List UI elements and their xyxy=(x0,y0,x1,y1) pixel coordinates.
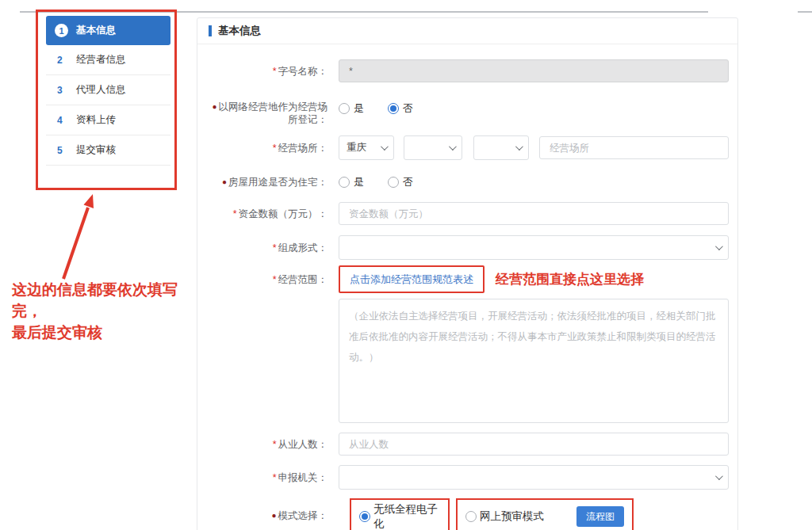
annotation-box-mode-paperless: 无纸全程电子化 xyxy=(350,498,450,530)
step-label: 代理人信息 xyxy=(76,83,126,97)
annotation-note-line1: 这边的信息都要依次填写 xyxy=(12,279,186,300)
composition-select[interactable] xyxy=(339,235,729,260)
step-number: 5 xyxy=(57,145,71,156)
shop-name-label: *字号名称： xyxy=(207,65,327,78)
residential-no[interactable]: 否 xyxy=(388,175,413,189)
online-premises-label: ●以网络经营地作为经营场所登记： xyxy=(207,101,327,126)
scope-textarea[interactable] xyxy=(339,299,729,423)
chevron-down-icon xyxy=(449,143,457,151)
section-accent-bar xyxy=(209,25,212,36)
top-divider xyxy=(20,11,708,13)
radio-no-icon[interactable] xyxy=(388,177,399,188)
mode-label: ●模式选择： xyxy=(207,509,327,522)
mode-online-radio[interactable] xyxy=(465,511,477,522)
step-number: 3 xyxy=(57,85,71,96)
sidebar-step-submit-review[interactable]: 5 提交审核 xyxy=(46,135,170,166)
add-scope-link[interactable]: 点击添加经营范围规范表述 xyxy=(350,273,473,285)
authority-select[interactable] xyxy=(339,465,729,490)
step-label: 基本信息 xyxy=(76,24,116,37)
premises-province-select[interactable]: 重庆 xyxy=(339,135,394,160)
radio-yes-icon[interactable] xyxy=(339,103,350,114)
annotation-box-scope-link: 点击添加经营范围规范表述 xyxy=(339,265,485,293)
step-label: 提交审核 xyxy=(76,143,116,157)
sidebar-step-operator-info[interactable]: 2 经营者信息 xyxy=(46,45,170,75)
annotation-box-mode-online: 网上预审模式 流程图 xyxy=(456,498,634,530)
online-premises-yes[interactable]: 是 xyxy=(339,101,364,116)
capital-input[interactable] xyxy=(339,202,729,225)
chevron-down-icon xyxy=(381,143,389,151)
online-premises-no[interactable]: 否 xyxy=(388,101,413,116)
premises-address-input[interactable] xyxy=(539,136,729,159)
step-number-badge: 1 xyxy=(55,24,68,37)
premises-label: *经营场所： xyxy=(207,142,327,154)
annotation-note-line2: 完， xyxy=(12,300,186,322)
sidebar-step-basic-info[interactable]: 1 基本信息 xyxy=(46,16,170,45)
sidebar-step-upload[interactable]: 4 资料上传 xyxy=(46,105,170,135)
flowchart-button[interactable]: 流程图 xyxy=(576,506,624,527)
capital-label: *资金数额（万元）： xyxy=(207,208,327,220)
employees-input[interactable] xyxy=(339,433,729,456)
step-label: 经营者信息 xyxy=(76,53,126,67)
top-divider-dash xyxy=(798,11,812,13)
chevron-down-icon xyxy=(715,472,723,480)
scope-label: *经营范围： xyxy=(207,273,327,286)
shop-name-input[interactable] xyxy=(339,59,729,82)
annotation-note-line3: 最后提交审核 xyxy=(12,322,186,343)
chevron-down-icon xyxy=(515,143,523,151)
annotation-arrow xyxy=(48,189,103,284)
step-number: 2 xyxy=(57,55,71,66)
mode-paperless-radio[interactable] xyxy=(359,511,370,522)
employees-label: *从业人数： xyxy=(207,438,327,451)
basic-info-form-panel: 基本信息 *字号名称： ●以网络经营地作为经营场所登记： 是 否 *经营场所 xyxy=(197,17,738,530)
composition-label: *组成形式： xyxy=(207,242,327,254)
step-label: 资料上传 xyxy=(76,113,116,127)
step-number: 4 xyxy=(57,115,71,126)
chevron-down-icon xyxy=(715,242,723,250)
premises-city-select[interactable] xyxy=(404,135,462,160)
residential-label: ●房屋用途是否为住宅： xyxy=(207,176,327,189)
premises-district-select[interactable] xyxy=(473,135,529,160)
radio-yes-icon[interactable] xyxy=(339,177,350,188)
radio-no-icon[interactable] xyxy=(388,103,399,114)
annotation-scope-note: 经营范围直接点这里选择 xyxy=(496,270,644,288)
annotation-note: 这边的信息都要依次填写 完， 最后提交审核 xyxy=(12,279,186,343)
authority-label: *申报机关： xyxy=(207,471,327,484)
section-title: 基本信息 xyxy=(218,24,261,38)
sidebar-step-agent-info[interactable]: 3 代理人信息 xyxy=(46,75,170,105)
residential-yes[interactable]: 是 xyxy=(339,175,364,189)
wizard-steps-sidebar: 1 基本信息 2 经营者信息 3 代理人信息 4 资料上传 5 提交审核 xyxy=(46,16,170,166)
section-header: 基本信息 xyxy=(197,18,737,44)
